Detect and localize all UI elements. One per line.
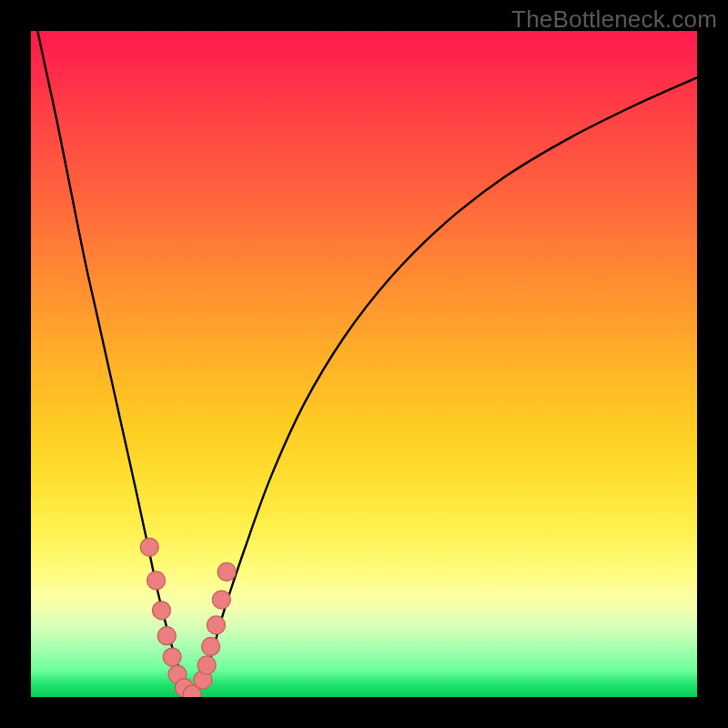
chart-svg bbox=[31, 31, 697, 697]
marker-point bbox=[197, 656, 216, 674]
marker-point bbox=[212, 591, 230, 609]
plot-area bbox=[31, 31, 697, 697]
marker-point bbox=[147, 571, 166, 590]
marker-point bbox=[217, 562, 236, 581]
marker-point bbox=[202, 637, 220, 655]
marker-point bbox=[163, 648, 181, 666]
marker-group bbox=[140, 538, 236, 697]
marker-point bbox=[140, 538, 158, 556]
marker-point bbox=[207, 616, 226, 634]
marker-point bbox=[153, 602, 171, 620]
chart-frame: TheBottleneck.com bbox=[0, 0, 728, 728]
marker-point bbox=[157, 627, 176, 645]
bottleneck-curve bbox=[37, 31, 697, 693]
watermark-text: TheBottleneck.com bbox=[511, 5, 717, 34]
